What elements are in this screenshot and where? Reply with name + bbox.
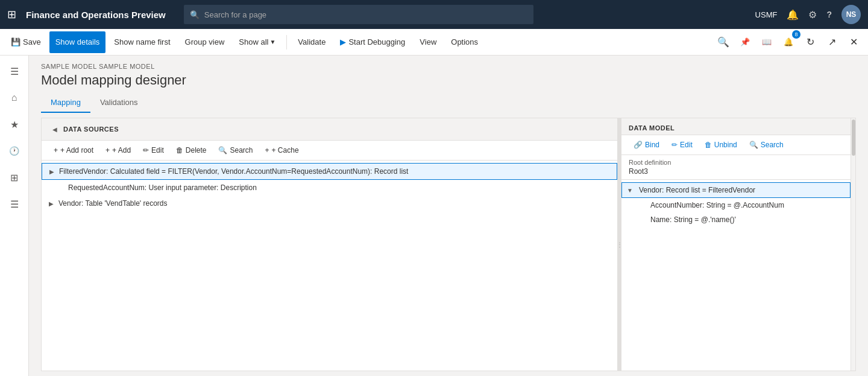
add-root-label: + Add root (60, 146, 93, 155)
view-button[interactable]: View (414, 31, 442, 53)
tab-mapping[interactable]: Mapping (41, 93, 90, 113)
dm-edit-button[interactable]: ✏ Edit (667, 139, 697, 151)
bind-label: Bind (645, 141, 659, 149)
scrollbar-thumb[interactable] (852, 119, 855, 156)
search-icon-ds: 🔍 (218, 146, 227, 155)
show-name-first-label: Show name first (114, 37, 170, 46)
save-label: Save (23, 37, 41, 46)
group-view-label: Group view (185, 37, 225, 46)
add-root-icon: + (54, 146, 58, 155)
notification-container: 🔔 8 (779, 33, 798, 52)
unbind-icon: 🗑 (705, 141, 712, 149)
dm-item-vendor-record-list[interactable]: ▼ Vendor: Record list = FilteredVendor (621, 182, 851, 198)
tab-validations[interactable]: Validations (90, 93, 148, 113)
save-button[interactable]: 💾 Save (5, 31, 47, 53)
options-label: Options (451, 37, 478, 46)
tree-item-vendor[interactable]: ▶ Vendor: Table 'VendTable' records (42, 196, 617, 211)
panel-expand-button[interactable]: ◀ (49, 123, 61, 135)
dm-edit-label: Edit (680, 141, 693, 149)
data-model-header: DATA MODEL (621, 118, 851, 135)
bind-button[interactable]: 🔗 Bind (629, 139, 664, 151)
group-view-button[interactable]: Group view (179, 31, 231, 53)
data-model-title: DATA MODEL (629, 124, 675, 132)
data-model-panel: DATA MODEL 🔗 Bind ✏ Edit 🗑 Unbind (621, 118, 851, 371)
app-layout: ☰ ⌂ ★ 🕐 ⊞ ☰ SAMPLE MODEL SAMPLE MODEL Mo… (0, 56, 868, 376)
search-input[interactable] (204, 10, 527, 19)
command-bar-right: 🔍 📌 📖 🔔 8 ↻ ↗ ✕ (714, 33, 863, 52)
validate-label: Validate (298, 37, 326, 46)
edit-button[interactable]: ✏ Edit (138, 144, 169, 156)
save-icon: 💾 (11, 37, 20, 46)
expand-arrow-vendor[interactable]: ▶ (46, 199, 56, 208)
sidebar-icon-hamburger[interactable]: ☰ (4, 60, 25, 82)
sidebar-icon-workspaces[interactable]: ⊞ (4, 167, 25, 188)
search-bar[interactable]: 🔍 (184, 5, 533, 24)
show-name-first-button[interactable]: Show name first (108, 31, 176, 53)
search-label: Search (230, 146, 253, 155)
edit-label: Edit (151, 146, 164, 155)
dm-edit-icon: ✏ (671, 141, 678, 149)
data-sources-panel: ◀ DATA SOURCES + + Add root + + Add ✏ Ed… (42, 118, 618, 371)
view-label: View (420, 37, 436, 46)
top-navigation: ⊞ Finance and Operations Preview 🔍 USMF … (0, 0, 868, 29)
gear-icon[interactable]: ⚙ (808, 9, 817, 21)
show-details-label: Show details (55, 37, 100, 46)
add-button[interactable]: + + Add (101, 144, 136, 156)
unbind-button[interactable]: 🗑 Unbind (700, 139, 742, 151)
breadcrumb: SAMPLE MODEL SAMPLE MODEL (41, 63, 856, 70)
start-debugging-button[interactable]: ▶ Start Debugging (334, 31, 411, 53)
dm-search-button[interactable]: 🔍 Search (744, 139, 788, 151)
tree-item-filtered-vendor[interactable]: ▶ FilteredVendor: Calculated field = FIL… (42, 163, 617, 180)
designer-area: ◀ DATA SOURCES + + Add root + + Add ✏ Ed… (41, 118, 856, 371)
tabs: Mapping Validations (29, 93, 868, 113)
delete-button[interactable]: 🗑 Delete (171, 144, 212, 156)
tree-item-requested-account-num[interactable]: ▶ RequestedAccountNum: User input parame… (42, 180, 617, 196)
sidebar-icon-home[interactable]: ⌂ (4, 87, 25, 109)
book-button[interactable]: 📖 (757, 33, 776, 52)
options-button[interactable]: Options (445, 31, 484, 53)
show-details-button[interactable]: Show details (49, 31, 106, 53)
delete-label: Delete (186, 146, 207, 155)
search-icon: 🔍 (190, 10, 200, 19)
avatar[interactable]: NS (841, 5, 861, 24)
validate-button[interactable]: Validate (292, 31, 332, 53)
tab-validations-label: Validations (100, 98, 138, 107)
filtered-vendor-text: FilteredVendor: Calculated field = FILTE… (59, 167, 612, 176)
dm-collapse-arrow-vendor[interactable]: ▼ (627, 187, 637, 194)
root-definition-label: Root definition (629, 159, 843, 166)
bind-icon: 🔗 (634, 141, 643, 149)
sidebar-icon-recent[interactable]: 🕐 (4, 140, 25, 162)
share-button[interactable]: ↗ (822, 33, 841, 52)
right-scrollbar[interactable] (851, 118, 855, 371)
add-root-button[interactable]: + + Add root (49, 144, 98, 156)
dm-item-name[interactable]: ▶ Name: String = @.'name()' (621, 212, 851, 227)
unbind-label: Unbind (714, 141, 737, 149)
help-icon[interactable]: ? (826, 10, 832, 19)
avatar-initials: NS (846, 10, 857, 19)
vendor-text: Vendor: Table 'VendTable' records (58, 199, 612, 208)
requested-account-num-text: RequestedAccountNum: User input paramete… (68, 183, 612, 192)
cache-icon: + (265, 146, 269, 155)
data-sources-title: DATA SOURCES (63, 126, 119, 133)
close-button[interactable]: ✕ (844, 33, 863, 52)
pin-button[interactable]: 📌 (735, 33, 755, 52)
bell-icon[interactable]: 🔔 (787, 9, 799, 21)
dm-search-icon: 🔍 (749, 141, 758, 149)
app-title: Finance and Operations Preview (26, 10, 166, 20)
expand-arrow-filtered-vendor[interactable]: ▶ (47, 167, 57, 176)
sidebar-icon-list[interactable]: ☰ (4, 193, 25, 215)
search-cmd-button[interactable]: 🔍 (714, 33, 733, 52)
dm-item-account-number[interactable]: ▶ AccountNumber: String = @.AccountNum (621, 198, 851, 212)
sidebar-icon-favorites[interactable]: ★ (4, 113, 25, 135)
data-model-toolbar: 🔗 Bind ✏ Edit 🗑 Unbind 🔍 Search (621, 135, 851, 155)
show-all-button[interactable]: Show all ▼ (233, 31, 281, 53)
separator-1 (286, 35, 287, 49)
search-button[interactable]: 🔍 Search (213, 144, 257, 156)
refresh-button[interactable]: ↻ (800, 33, 820, 52)
app-grid-icon[interactable]: ⊞ (7, 8, 16, 21)
cache-button[interactable]: + + Cache (260, 144, 304, 156)
edit-icon: ✏ (143, 146, 149, 155)
start-debugging-label: Start Debugging (348, 37, 405, 46)
dm-account-number-text: AccountNumber: String = @.AccountNum (650, 201, 784, 209)
top-nav-right: USMF 🔔 ⚙ ? NS (755, 5, 861, 24)
